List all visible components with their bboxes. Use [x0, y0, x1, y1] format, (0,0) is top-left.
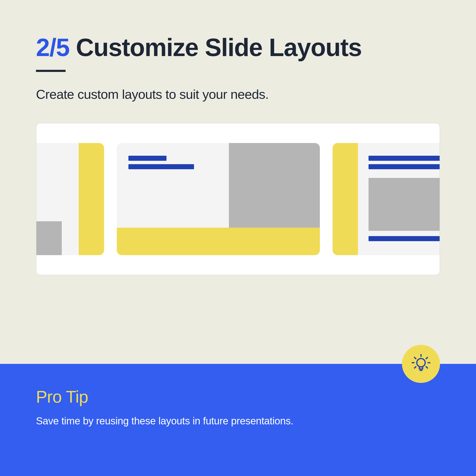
svg-point-0 — [417, 358, 425, 367]
placeholder-text-line — [128, 156, 167, 161]
pro-tip-panel: Pro Tip Save time by reusing these layou… — [0, 364, 476, 476]
svg-line-7 — [414, 367, 416, 368]
layout-preview-panel — [36, 123, 440, 275]
placeholder-text-line — [128, 164, 194, 169]
lightbulb-icon — [402, 345, 440, 383]
tip-title: Pro Tip — [36, 387, 440, 407]
thumbnail-column — [36, 143, 79, 255]
layout-thumbnail-center — [117, 143, 320, 255]
step-counter: 2/5 — [36, 34, 69, 61]
thumbnail-accent-column — [79, 143, 104, 255]
placeholder-block — [36, 221, 62, 255]
thumbnail-accent-column — [333, 143, 358, 255]
heading-title: Customize Slide Layouts — [76, 34, 362, 61]
thumbnail-column — [358, 143, 440, 255]
svg-line-4 — [426, 357, 427, 359]
heading-underline — [36, 70, 66, 72]
layout-thumbnail-left — [36, 143, 104, 255]
tip-body: Save time by reusing these layouts in fu… — [36, 415, 440, 427]
layout-thumbnail-right — [333, 143, 440, 255]
subtitle-text: Create custom layouts to suit your needs… — [36, 87, 440, 102]
svg-line-8 — [426, 367, 427, 368]
page-heading: 2/5 Customize Slide Layouts — [36, 34, 440, 61]
svg-line-3 — [414, 357, 416, 359]
placeholder-text-line — [369, 164, 440, 169]
thumbnail-accent-band — [117, 228, 320, 255]
content-area: 2/5 Customize Slide Layouts Create custo… — [0, 0, 476, 275]
placeholder-text-line — [369, 236, 440, 241]
placeholder-image — [369, 178, 440, 231]
placeholder-image — [229, 143, 320, 228]
placeholder-text-line — [369, 156, 440, 161]
